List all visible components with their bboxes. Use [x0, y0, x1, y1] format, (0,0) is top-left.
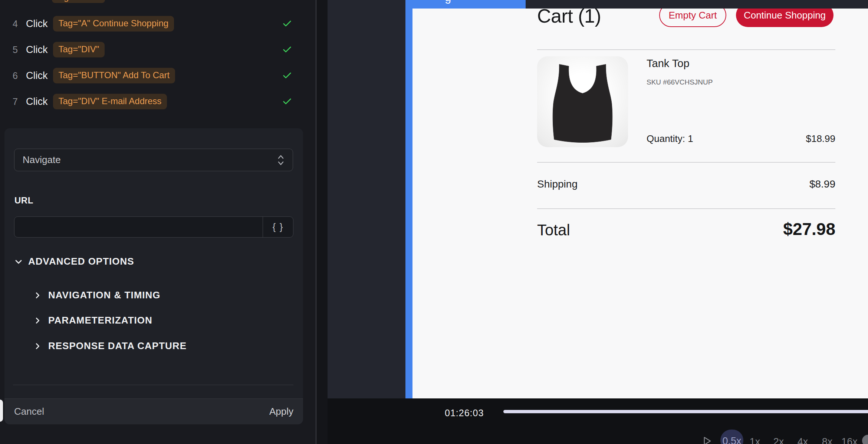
section-parameterization[interactable]: PARAMETERIZATION [33, 315, 152, 326]
sidebar-collapse-handle[interactable] [0, 400, 3, 422]
product-sku: SKU #66VCHSJNUP [647, 78, 713, 86]
product-price: $18.99 [806, 133, 835, 145]
playback-timestamp: 01:26:03 [445, 408, 484, 418]
cart-page-title: Cart (1) [537, 9, 601, 27]
step-row-4[interactable]: 4 Click Tag="A" Continue Shopping [0, 16, 316, 32]
action-type-select[interactable]: Navigate [14, 149, 293, 171]
chevron-right-icon [33, 291, 42, 300]
select-caret-icon [277, 155, 285, 166]
advanced-options-toggle[interactable]: ADVANCED OPTIONS [14, 256, 134, 267]
stage-gutter [316, 0, 328, 444]
step-target-badge: Tag="A" Continue Shopping [53, 16, 174, 32]
url-field-label: URL [14, 195, 33, 206]
continue-shopping-button[interactable]: Continue Shopping [736, 9, 834, 27]
chevron-right-icon [33, 342, 42, 351]
step-editor-panel: Navigate URL { } ADVANCED OPTIONS NAVIGA… [4, 128, 303, 424]
play-icon[interactable] [701, 435, 712, 444]
success-check-icon [282, 96, 292, 107]
step-row-7[interactable]: 7 Click Tag="DIV" E-mail Address [0, 93, 316, 110]
truncated-badge-text: g [64, 0, 69, 2]
continue-shopping-label: Continue Shopping [744, 10, 826, 21]
empty-cart-label: Empty Cart [668, 10, 717, 21]
total-price: $27.98 [783, 219, 835, 239]
step-target-badge: Tag="BUTTON" Add To Cart [53, 68, 175, 83]
step-row-6[interactable]: 6 Click Tag="BUTTON" Add To Cart [0, 67, 316, 84]
url-input[interactable] [14, 217, 263, 237]
viewport-highlight-border [405, 0, 412, 398]
section-label: RESPONSE DATA CAPTURE [48, 340, 187, 352]
step-action-label: Click [26, 44, 48, 56]
product-name: Tank Top [647, 57, 690, 70]
step-action-label: Click [26, 70, 48, 82]
insert-variable-button[interactable]: { } [263, 217, 293, 237]
divider [537, 208, 835, 209]
more-controls-button[interactable] [862, 435, 868, 444]
speed-option-2x[interactable]: 2x [773, 436, 784, 444]
product-image [537, 56, 628, 147]
section-label: NAVIGATION & TIMING [48, 289, 161, 301]
panel-footer: Cancel Apply [4, 398, 303, 424]
cancel-button[interactable]: Cancel [14, 406, 44, 417]
step-target-badge: Tag="DIV" E-mail Address [53, 94, 167, 109]
playback-progress-bar[interactable] [503, 410, 868, 413]
divider [537, 162, 835, 163]
section-navigation-timing[interactable]: NAVIGATION & TIMING [33, 289, 161, 301]
divider [537, 49, 835, 50]
app-screen: g 4 Click Tag="A" Continue Shopping 5 Cl… [0, 0, 868, 444]
total-label: Total [537, 221, 570, 239]
shipping-label: Shipping [537, 178, 578, 190]
apply-button[interactable]: Apply [269, 406, 293, 417]
step-action-label: Click [26, 18, 48, 30]
chevron-right-icon [33, 316, 42, 325]
section-label: PARAMETERIZATION [48, 315, 152, 326]
step-number: 6 [13, 70, 23, 81]
step-row-5[interactable]: 5 Click Tag="DIV" [0, 42, 316, 58]
step-target-badge: Tag="DIV" [53, 42, 105, 57]
section-response-data-capture[interactable]: RESPONSE DATA CAPTURE [33, 340, 187, 352]
product-quantity: Quantity: 1 [647, 133, 693, 145]
empty-cart-button[interactable]: Empty Cart [659, 9, 726, 27]
viewport-highlight-topbar: g [405, 0, 526, 9]
panel-divider [13, 385, 293, 385]
speed-option-8x[interactable]: 8x [822, 436, 833, 444]
recording-stage: g Cart (1) Empty Cart Continue Shopping … [328, 0, 868, 398]
url-input-group: { } [14, 216, 293, 238]
success-check-icon [282, 44, 292, 55]
shipping-price: $8.99 [809, 178, 835, 190]
speed-option-0-5x: 0.5x [722, 435, 741, 444]
success-check-icon [282, 19, 292, 29]
chevron-down-icon [14, 257, 23, 266]
speed-option-16x[interactable]: 16x [841, 436, 858, 444]
step-action-label: Click [26, 96, 48, 107]
braces-icon: { } [273, 222, 284, 232]
browser-viewport: Cart (1) Empty Cart Continue Shopping Ta… [412, 9, 868, 398]
success-check-icon [282, 70, 292, 81]
advanced-options-label: ADVANCED OPTIONS [28, 256, 134, 267]
step-number: 4 [13, 19, 23, 29]
active-speed-pill[interactable]: 0.5x [720, 430, 743, 444]
topbar-text-fragment: g [445, 0, 451, 4]
speed-option-4x[interactable]: 4x [798, 436, 808, 444]
playback-control-bar: 01:26:03 0.5x 1x 2x 4x 8x 16x [328, 398, 868, 444]
steps-sidebar: g 4 Click Tag="A" Continue Shopping 5 Cl… [0, 0, 316, 444]
speed-option-1x[interactable]: 1x [750, 436, 760, 444]
step-number: 7 [13, 96, 23, 107]
action-type-value: Navigate [23, 154, 61, 166]
tank-top-photo [537, 56, 628, 147]
step-number: 5 [13, 44, 23, 55]
truncated-step-badge[interactable]: g [52, 0, 105, 3]
